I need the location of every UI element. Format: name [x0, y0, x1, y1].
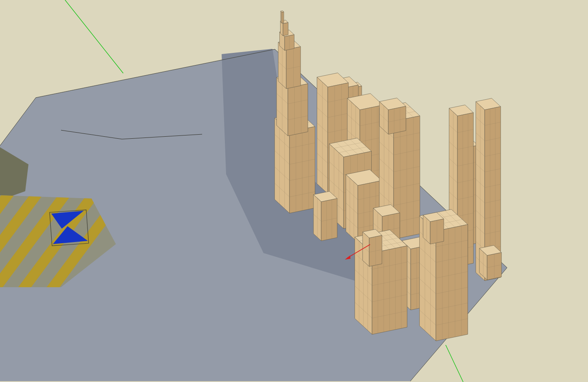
modeling-viewport[interactable]	[0, 0, 588, 382]
building-empire-needle[interactable]	[281, 11, 284, 23]
building-front-center-rooftop[interactable]	[363, 229, 382, 266]
building-right-low-annex[interactable]	[479, 245, 501, 280]
left-face	[280, 21, 283, 36]
building-left-front-block[interactable]	[314, 191, 337, 241]
building-right-center-cap[interactable]	[379, 98, 406, 134]
right-face	[282, 12, 284, 23]
building-front-right-rooftop[interactable]	[423, 212, 444, 244]
left-face	[281, 11, 282, 23]
right-face	[288, 84, 308, 136]
modeling-app-window	[0, 0, 588, 382]
right-face	[283, 22, 288, 36]
